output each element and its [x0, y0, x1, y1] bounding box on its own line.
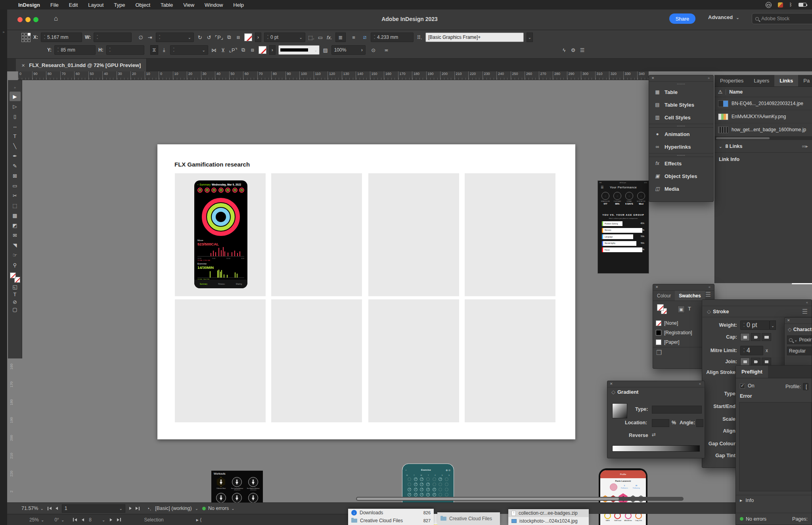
y-position-field[interactable]: ⌃⌄85 mm	[54, 45, 96, 55]
panel-list-item[interactable]: ▤Table Styles	[649, 98, 713, 111]
horizontal-scrollbar[interactable]	[356, 497, 684, 501]
flip-horizontal-icon[interactable]: ⇥	[147, 34, 153, 40]
bg-page-number[interactable]: 8	[89, 517, 105, 523]
document-tab[interactable]: FLX_Research_01.indd @ 72% [GPU Preview]	[16, 59, 147, 71]
close-icon[interactable]: ✕	[655, 285, 659, 289]
image-frame-6[interactable]: ‹Exercise⚙ ⊙ MTWTFSS Introducing Weekly …	[271, 299, 362, 422]
tool-icon[interactable]: ☞	[10, 250, 21, 260]
panel-list-item[interactable]: ◫Media	[649, 182, 713, 195]
tool-icon[interactable]: ◥	[10, 240, 21, 250]
document-page[interactable]: FLX Gamification research ‹SummaryWednes…	[157, 144, 575, 439]
tab-layers[interactable]: Layers	[749, 75, 774, 86]
image-frame-1[interactable]: ‹SummaryWednesday, Mar 9, 2022 Move 523/…	[175, 173, 266, 296]
panel-list-item[interactable]: ▥Cell Styles	[649, 111, 713, 124]
gradient-ramp[interactable]	[612, 445, 700, 452]
x-position-field[interactable]: ⌃⌄5.167 mm	[41, 33, 82, 42]
link-info-header[interactable]: Link Info	[715, 153, 812, 166]
align-bottom-icon[interactable]: ⊙	[368, 45, 379, 55]
finder-ccf-item[interactable]: Creative Cloud Files	[437, 512, 500, 525]
tool-icon[interactable]: ▯	[10, 111, 21, 121]
join-bevel-button[interactable]	[762, 358, 771, 366]
menu-layout[interactable]: Layout	[88, 2, 103, 8]
tab-stroke[interactable]: ◇Stroke	[702, 306, 733, 317]
font-family-field[interactable]: Proxima	[787, 335, 812, 344]
panel-list-item[interactable]: ∞Hyperlinks	[649, 140, 713, 153]
formatting-affects-text-icon[interactable]: T	[10, 291, 21, 298]
tool-icon[interactable]: T	[10, 131, 21, 141]
stroke-flyout-button[interactable]: ›	[269, 45, 276, 55]
bg-rotation[interactable]: 0°	[54, 517, 64, 523]
stroke-weight-field[interactable]: ⌃⌄0 pt	[264, 33, 305, 42]
tool-icon[interactable]: ⊠	[10, 171, 21, 180]
cap-butt-button[interactable]	[740, 333, 750, 341]
toolbar-collapse-icon[interactable]: »	[14, 86, 16, 90]
flip-v-icon[interactable]: ⊻	[220, 47, 226, 53]
menu-help[interactable]: Help	[233, 2, 244, 8]
collapse-icon[interactable]: »	[708, 76, 710, 80]
fill-flyout-button[interactable]: ›	[255, 33, 261, 42]
tool-icon[interactable]: ↔	[10, 121, 21, 131]
disclosure-icon[interactable]: ▸	[740, 497, 742, 503]
image-frame-4[interactable]: 7 SSMTWTF 7 Day Streak! Complete a lesso…	[465, 173, 555, 296]
close-icon[interactable]: ✕	[610, 382, 613, 386]
width-field[interactable]: ⌃⌄	[94, 33, 132, 42]
new-swatch-group-icon[interactable]: ❐	[656, 349, 662, 356]
tool-icon[interactable]: ✉	[10, 230, 21, 240]
collapsed-dock-strip[interactable]: »	[0, 10, 7, 525]
menu-table[interactable]: Table	[161, 2, 173, 8]
corner-shape-icon[interactable]: ▭	[317, 34, 324, 40]
quick-apply-icon[interactable]: ϟ	[561, 47, 567, 53]
prev-page-button[interactable]	[56, 507, 58, 510]
angle-field[interactable]	[696, 419, 703, 427]
image-frame-5[interactable]: Workouts 7-Workout Week First Cycling Wo…	[175, 299, 266, 422]
space-field[interactable]: ⌃⌄4.233 mm	[371, 33, 414, 42]
finder-file-row[interactable]: istockphoto-...024x1024.jpg	[508, 517, 589, 525]
tab-links[interactable]: Links	[774, 75, 798, 86]
last-page-button[interactable]	[136, 507, 140, 510]
gradient-type-dropdown[interactable]	[652, 406, 702, 414]
rotate-cw-icon[interactable]: ↻	[197, 34, 203, 40]
scale-y-dropdown[interactable]: ⌃⌄	[170, 45, 208, 55]
tool-icon[interactable]: ╲	[10, 141, 21, 151]
rotate-ccw-icon[interactable]: ↺	[206, 34, 212, 40]
panel-list-item[interactable]: ▦Table	[649, 86, 713, 98]
error-list[interactable]	[739, 402, 812, 491]
screen-mode-icon[interactable]: ▢	[10, 306, 21, 313]
tab-swatches[interactable]: Swatches	[675, 291, 705, 301]
height-field[interactable]: ⌃⌄	[106, 45, 144, 55]
panel-list-item[interactable]: ●Animation	[649, 128, 713, 140]
relink-icon[interactable]: ∞▸	[802, 143, 808, 149]
tool-icon[interactable]: ⚲	[10, 260, 21, 270]
align-center-icon[interactable]: ≡	[349, 33, 359, 42]
structure-up-icon[interactable]: ⧉	[226, 34, 232, 40]
menu-indesign[interactable]: InDesign	[18, 2, 40, 8]
chevron-down-icon[interactable]	[719, 144, 722, 149]
menu-edit[interactable]: Edit	[69, 2, 78, 8]
link-row[interactable]: EnMvMJKXYAAwnKy.png	[715, 110, 812, 123]
tool-icon[interactable]: ▭	[10, 181, 21, 190]
location-field[interactable]	[652, 419, 669, 427]
link-row[interactable]: BN-EQ46..._20140922003214.jpe	[715, 97, 812, 110]
reverse-icon[interactable]: ⇄	[652, 432, 656, 437]
align-baseline-icon[interactable]: ≖	[381, 45, 392, 55]
tool-icon[interactable]: ✂	[10, 191, 21, 200]
preflight-profile[interactable]: [Basic] (working)	[155, 506, 198, 511]
creative-cloud-icon[interactable]	[766, 2, 772, 8]
close-icon[interactable]: ✕	[787, 318, 790, 322]
opacity-checker-icon[interactable]: ▨	[322, 47, 329, 53]
next-page-button[interactable]	[129, 507, 132, 510]
collapse-icon[interactable]: «	[806, 301, 808, 305]
frame-grid-icon[interactable]: ⠿.	[416, 34, 423, 40]
fill-stroke-proxy[interactable]	[10, 272, 20, 283]
tool-icon[interactable]: ✒	[10, 151, 21, 161]
panel-list-item[interactable]: fxEffects	[649, 157, 713, 170]
gradient-thumbnail[interactable]	[612, 403, 627, 418]
weight-chevron[interactable]	[770, 320, 776, 330]
tab-pages[interactable]: Pa	[798, 75, 812, 86]
tab-preflight[interactable]: Preflight	[736, 366, 768, 378]
flip-h-icon[interactable]: ⋈	[211, 47, 217, 53]
tool-icon[interactable]: ▩	[10, 211, 21, 220]
tool-icon[interactable]: ✎	[10, 161, 21, 171]
panel-menu-icon[interactable]: ☰	[579, 47, 586, 53]
menu-window[interactable]: Window	[205, 2, 223, 8]
